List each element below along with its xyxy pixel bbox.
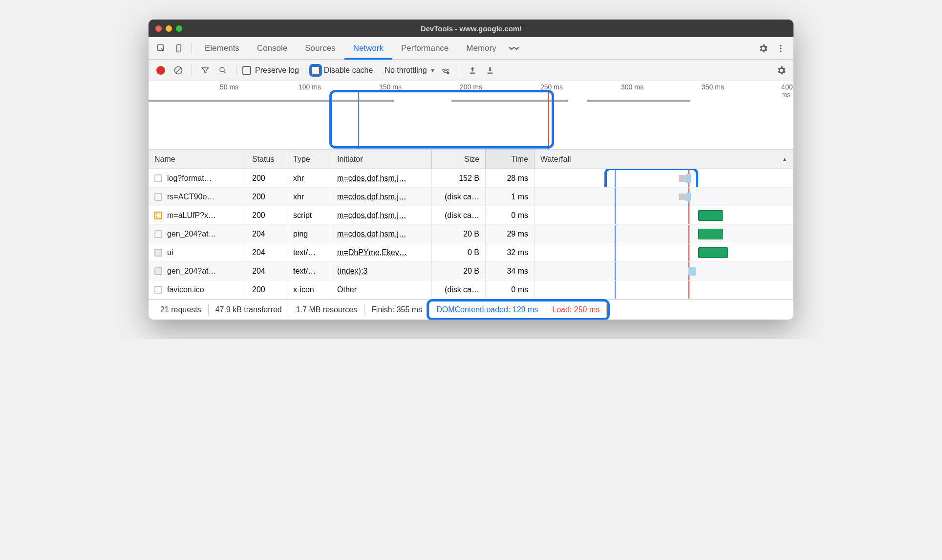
tick: 350 ms bbox=[702, 83, 724, 91]
col-size[interactable]: Size bbox=[432, 150, 486, 169]
tab-sources[interactable]: Sources bbox=[296, 37, 344, 60]
panel-tabs: Elements Console Sources Network Perform… bbox=[149, 37, 793, 60]
search-icon[interactable] bbox=[215, 63, 230, 78]
status-finish: Finish: 355 ms bbox=[364, 304, 429, 316]
status-domcontentloaded: DOMContentLoaded: 129 ms bbox=[429, 304, 545, 316]
col-name[interactable]: Name bbox=[149, 150, 246, 169]
tab-network[interactable]: Network bbox=[344, 37, 392, 60]
separator bbox=[192, 43, 192, 54]
record-button[interactable] bbox=[153, 63, 168, 78]
load-marker bbox=[548, 92, 549, 149]
tick: 250 ms bbox=[540, 83, 563, 91]
col-waterfall[interactable]: Waterfall ▲ bbox=[535, 150, 793, 169]
settings-icon[interactable] bbox=[754, 40, 772, 57]
network-toolbar: Preserve log Disable cache No throttling… bbox=[149, 60, 793, 81]
tick: 300 ms bbox=[621, 83, 643, 91]
more-tabs-icon[interactable] bbox=[505, 40, 523, 57]
devtools-window: DevTools - www.google.com/ Elements Cons… bbox=[149, 20, 793, 320]
kebab-menu-icon[interactable] bbox=[772, 40, 790, 57]
clear-button[interactable] bbox=[171, 63, 186, 78]
tab-elements[interactable]: Elements bbox=[196, 37, 248, 60]
svg-point-8 bbox=[220, 67, 224, 72]
table-row[interactable]: favicon.ico 200 x-icon Other (disk ca… 0… bbox=[149, 280, 793, 299]
table-row[interactable]: rs=ACT90o… 200 xhr m=cdos,dpf,hsm,j… (di… bbox=[149, 188, 793, 206]
preserve-log-label: Preserve log bbox=[255, 66, 299, 75]
sort-arrow-icon: ▲ bbox=[782, 156, 788, 163]
timeline-overview[interactable]: 50 ms 100 ms 150 ms 200 ms 250 ms 300 ms… bbox=[149, 81, 793, 150]
tab-performance[interactable]: Performance bbox=[392, 37, 457, 60]
annotation-highlight bbox=[329, 90, 554, 149]
tick: 50 ms bbox=[220, 83, 238, 91]
table-headers: Name Status Type Initiator Size Time Wat… bbox=[149, 150, 793, 169]
col-type[interactable]: Type bbox=[287, 150, 331, 169]
request-table: log?format… 200 xhr m=cdos,dpf,hsm,j… 15… bbox=[149, 169, 793, 299]
domcontentloaded-marker bbox=[358, 92, 359, 149]
svg-point-10 bbox=[447, 71, 450, 74]
preserve-log-checkbox[interactable]: Preserve log bbox=[242, 66, 299, 75]
window-controls bbox=[155, 25, 182, 32]
throttling-label: No throttling bbox=[385, 66, 427, 75]
disable-cache-checkbox[interactable]: Disable cache bbox=[311, 66, 373, 75]
table-row[interactable]: log?format… 200 xhr m=cdos,dpf,hsm,j… 15… bbox=[149, 169, 793, 188]
tick: 200 ms bbox=[460, 83, 482, 91]
svg-rect-11 bbox=[470, 72, 475, 73]
tick: 400 ms bbox=[781, 83, 792, 99]
status-transferred: 47.9 kB transferred bbox=[209, 304, 289, 316]
inspect-icon[interactable] bbox=[152, 40, 170, 57]
filter-icon[interactable] bbox=[198, 63, 213, 78]
svg-rect-12 bbox=[488, 72, 493, 73]
minimize-window-button[interactable] bbox=[166, 25, 172, 32]
maximize-window-button[interactable] bbox=[176, 25, 182, 32]
tick: 150 ms bbox=[379, 83, 402, 91]
upload-har-icon[interactable] bbox=[465, 63, 480, 78]
table-row[interactable]: gen_204?at… 204 text/… (index):3 20 B 34… bbox=[149, 262, 793, 280]
network-conditions-icon[interactable] bbox=[438, 63, 453, 78]
download-har-icon[interactable] bbox=[483, 63, 497, 78]
table-row[interactable]: gen_204?at… 204 ping m=cdos,dpf,hsm,j… 2… bbox=[149, 225, 793, 243]
svg-point-4 bbox=[780, 47, 781, 49]
disable-cache-label: Disable cache bbox=[324, 66, 373, 75]
col-initiator[interactable]: Initiator bbox=[331, 150, 432, 169]
close-window-button[interactable] bbox=[155, 25, 162, 32]
table-row[interactable]: ui 204 text/… m=DhPYme,Ekev… 0 B 32 ms bbox=[149, 243, 793, 262]
svg-line-7 bbox=[176, 68, 181, 73]
status-load: Load: 250 ms bbox=[545, 304, 607, 316]
throttling-select[interactable]: No throttling ▼ bbox=[385, 66, 435, 75]
status-requests: 21 requests bbox=[153, 304, 209, 316]
tick: 100 ms bbox=[299, 83, 321, 91]
network-settings-icon[interactable] bbox=[774, 63, 789, 78]
col-status[interactable]: Status bbox=[246, 150, 287, 169]
status-resources: 1.7 MB resources bbox=[289, 304, 364, 316]
status-bar: 21 requests 47.9 kB transferred 1.7 MB r… bbox=[149, 299, 793, 320]
tab-console[interactable]: Console bbox=[248, 37, 296, 60]
table-row[interactable]: m=aLUfP?x… 200 script m=cdos,dpf,hsm,j… … bbox=[149, 206, 793, 225]
svg-point-3 bbox=[780, 44, 781, 46]
titlebar: DevTools - www.google.com/ bbox=[149, 20, 793, 37]
chevron-down-icon: ▼ bbox=[430, 67, 436, 74]
svg-line-9 bbox=[224, 71, 226, 73]
col-time[interactable]: Time bbox=[486, 150, 535, 169]
svg-point-5 bbox=[780, 50, 781, 52]
window-title: DevTools - www.google.com/ bbox=[149, 24, 793, 33]
device-toggle-icon[interactable] bbox=[170, 40, 188, 57]
tab-memory[interactable]: Memory bbox=[457, 37, 505, 60]
